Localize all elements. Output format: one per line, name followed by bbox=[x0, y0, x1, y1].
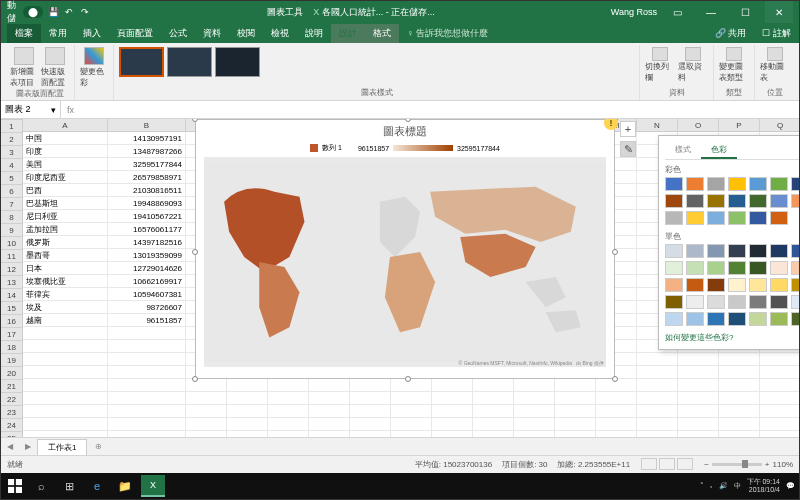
color-swatch[interactable] bbox=[728, 278, 746, 292]
color-swatch[interactable] bbox=[686, 295, 704, 309]
color-swatch[interactable] bbox=[749, 312, 767, 326]
zoom-slider[interactable] bbox=[712, 463, 762, 466]
new-sheet-button[interactable]: ⊕ bbox=[87, 442, 110, 451]
name-box[interactable]: 圖表 2▾ bbox=[1, 101, 61, 118]
change-chart-type-button[interactable]: 變更圖表類型 bbox=[719, 47, 749, 83]
color-swatch[interactable] bbox=[707, 312, 725, 326]
color-swatch[interactable] bbox=[770, 278, 788, 292]
autosave-toggle[interactable]: ⬤ bbox=[23, 6, 43, 18]
tray-chevron-icon[interactable]: ˄ bbox=[700, 482, 704, 490]
color-swatch[interactable] bbox=[791, 194, 799, 208]
zoom-in-icon[interactable]: + bbox=[765, 460, 770, 469]
view-buttons[interactable] bbox=[640, 458, 694, 472]
color-swatch[interactable] bbox=[728, 194, 746, 208]
color-swatch[interactable] bbox=[791, 312, 799, 326]
color-swatch[interactable] bbox=[728, 261, 746, 275]
color-swatch[interactable] bbox=[728, 177, 746, 191]
color-swatch[interactable] bbox=[728, 312, 746, 326]
sheet-tab-1[interactable]: 工作表1 bbox=[37, 439, 87, 455]
taskbar-search-icon[interactable]: ⌕ bbox=[29, 475, 53, 497]
tab-format[interactable]: 格式 bbox=[365, 24, 399, 43]
color-swatch[interactable] bbox=[770, 295, 788, 309]
tray-ime-icon[interactable]: 中 bbox=[734, 481, 741, 491]
move-chart-button[interactable]: 移動圖表 bbox=[760, 47, 790, 83]
color-swatch[interactable] bbox=[707, 194, 725, 208]
color-swatch[interactable] bbox=[665, 211, 683, 225]
color-swatch[interactable] bbox=[707, 211, 725, 225]
change-colors-button[interactable]: 變更色彩 bbox=[80, 47, 108, 88]
tab-view[interactable]: 檢視 bbox=[263, 24, 297, 43]
color-swatch[interactable] bbox=[665, 177, 683, 191]
color-swatch[interactable] bbox=[665, 244, 683, 258]
color-swatch[interactable] bbox=[707, 278, 725, 292]
tab-file[interactable]: 檔案 bbox=[7, 24, 41, 43]
color-swatch[interactable] bbox=[686, 278, 704, 292]
sheet-nav-next-icon[interactable]: ▶ bbox=[19, 442, 37, 451]
maximize-button[interactable]: ☐ bbox=[731, 1, 759, 23]
color-swatch[interactable] bbox=[728, 295, 746, 309]
user-name[interactable]: Wang Ross bbox=[611, 7, 657, 17]
color-swatch[interactable] bbox=[686, 261, 704, 275]
fx-icon[interactable]: fx bbox=[61, 105, 80, 115]
chevron-down-icon[interactable]: ▾ bbox=[51, 105, 56, 115]
tell-me[interactable]: ♀ 告訴我您想做什麼 bbox=[399, 24, 496, 43]
minimize-button[interactable]: — bbox=[697, 1, 725, 23]
notifications-icon[interactable]: 💬 bbox=[786, 482, 795, 490]
color-swatch[interactable] bbox=[749, 261, 767, 275]
taskbar-edge-icon[interactable]: e bbox=[85, 475, 109, 497]
tab-insert[interactable]: 插入 bbox=[75, 24, 109, 43]
tab-data[interactable]: 資料 bbox=[195, 24, 229, 43]
color-swatch[interactable] bbox=[749, 295, 767, 309]
task-view-icon[interactable]: ⊞ bbox=[57, 475, 81, 497]
zoom-level[interactable]: 110% bbox=[773, 460, 793, 469]
color-swatch[interactable] bbox=[707, 295, 725, 309]
change-colors-link[interactable]: 如何變更這些色彩? bbox=[665, 332, 799, 343]
color-swatch[interactable] bbox=[665, 295, 683, 309]
color-swatch[interactable] bbox=[749, 194, 767, 208]
tab-design[interactable]: 設計 bbox=[331, 24, 365, 43]
tab-home[interactable]: 常用 bbox=[41, 24, 75, 43]
color-swatch[interactable] bbox=[707, 244, 725, 258]
flyout-tab-color[interactable]: 色彩 bbox=[701, 142, 737, 159]
chart-styles-button[interactable]: ✎ bbox=[620, 141, 636, 157]
select-data-button[interactable]: 選取資料 bbox=[678, 47, 708, 83]
share-button[interactable]: 🔗 共用 bbox=[707, 24, 755, 43]
color-swatch[interactable] bbox=[770, 194, 788, 208]
redo-icon[interactable]: ↷ bbox=[79, 6, 91, 18]
color-swatch[interactable] bbox=[770, 244, 788, 258]
color-swatch[interactable] bbox=[770, 211, 788, 225]
color-swatch[interactable] bbox=[686, 312, 704, 326]
color-swatch[interactable] bbox=[686, 211, 704, 225]
color-swatch[interactable] bbox=[686, 177, 704, 191]
quick-layout-button[interactable]: 快速版面配置 bbox=[41, 47, 69, 88]
switch-rowcol-button[interactable]: 切換列欄 bbox=[645, 47, 675, 83]
taskbar-clock[interactable]: 下午 09:142018/10/4 bbox=[747, 478, 780, 493]
add-chart-element-button[interactable]: 新增圖表項目 bbox=[10, 47, 38, 88]
color-swatch[interactable] bbox=[770, 261, 788, 275]
chart-style-2[interactable] bbox=[167, 47, 212, 77]
color-swatch[interactable] bbox=[707, 261, 725, 275]
color-swatch[interactable] bbox=[770, 177, 788, 191]
color-swatch[interactable] bbox=[665, 194, 683, 208]
color-swatch[interactable] bbox=[791, 295, 799, 309]
color-swatch[interactable] bbox=[686, 244, 704, 258]
worksheet-grid[interactable]: 1234567891011121314151617181920212223242… bbox=[1, 119, 799, 437]
tray-volume-icon[interactable]: 🔊 bbox=[719, 482, 728, 490]
color-swatch[interactable] bbox=[707, 177, 725, 191]
color-swatch[interactable] bbox=[728, 211, 746, 225]
color-swatch[interactable] bbox=[749, 211, 767, 225]
tray-network-icon[interactable]: ▫ bbox=[710, 483, 712, 490]
chart-elements-button[interactable]: + bbox=[620, 121, 636, 137]
sheet-nav-prev-icon[interactable]: ◀ bbox=[1, 442, 19, 451]
comments-button[interactable]: ☐ 註解 bbox=[754, 24, 799, 43]
color-swatch[interactable] bbox=[728, 244, 746, 258]
zoom-control[interactable]: − + 110% bbox=[704, 460, 793, 469]
map-chart[interactable]: 圖表標題 數列 1 9615185732595177844 bbox=[195, 119, 615, 379]
color-swatch[interactable] bbox=[749, 278, 767, 292]
flyout-tab-style[interactable]: 樣式 bbox=[665, 142, 701, 159]
color-swatch[interactable] bbox=[791, 261, 799, 275]
color-swatch[interactable] bbox=[686, 194, 704, 208]
color-swatch[interactable] bbox=[749, 177, 767, 191]
color-swatch[interactable] bbox=[665, 278, 683, 292]
color-swatch[interactable] bbox=[665, 261, 683, 275]
